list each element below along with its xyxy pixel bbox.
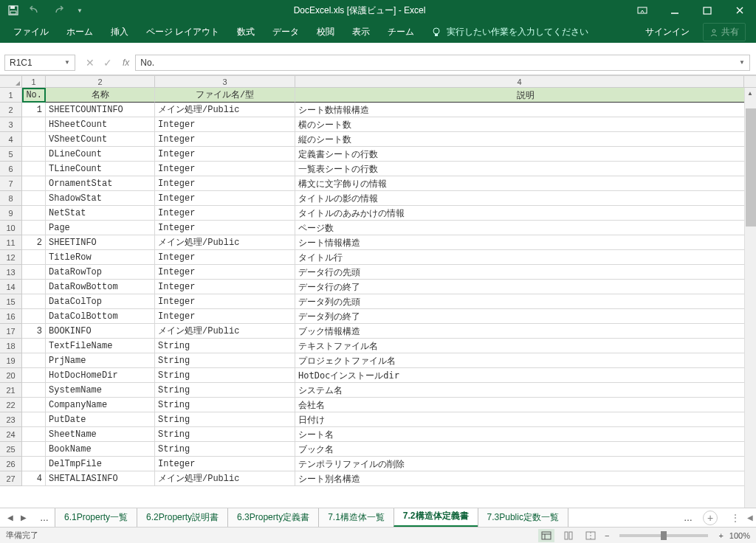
select-all-button[interactable] [0,76,22,87]
cell[interactable] [22,398,46,412]
sheet-overflow-left[interactable]: … [34,510,55,526]
cell[interactable]: ShadowStat [46,191,155,206]
cell[interactable]: ブック情報構造 [295,324,756,339]
cell[interactable] [22,383,46,398]
cell[interactable]: メイン処理/Public [155,235,295,250]
sheet-nav-prev-icon[interactable]: ◀ [4,512,16,523]
cell[interactable]: 日付け [295,412,756,427]
ribbon-tab-file[interactable]: ファイル [4,21,58,43]
cell[interactable]: システム名 [295,383,756,398]
row-header[interactable]: 16 [0,309,22,324]
cell[interactable]: HSheetCount [46,117,155,132]
cell[interactable] [22,412,46,427]
tab-split-icon[interactable]: ⋮ [726,513,744,523]
sheet-tab[interactable]: 6.1Property一覧 [55,508,137,527]
cell[interactable]: Integer [155,221,295,235]
ribbon-tab-home[interactable]: ホーム [58,21,102,43]
cell[interactable]: DataColBottom [46,309,155,324]
cell[interactable]: Integer [155,457,295,471]
cell[interactable]: Integer [155,176,295,191]
cell[interactable]: タイトル行 [295,250,756,265]
cell[interactable]: String [155,339,295,353]
row-header[interactable]: 5 [0,147,22,162]
cell[interactable] [22,221,46,235]
ribbon-tab-view[interactable]: 表示 [343,21,379,43]
cell[interactable]: BOOKINFO [46,324,155,339]
row-header[interactable]: 9 [0,206,22,221]
row-header[interactable]: 19 [0,353,22,368]
cell[interactable]: プロジェクトファイル名 [295,353,756,368]
row-header[interactable]: 6 [0,162,22,176]
cell[interactable]: タイトルの影の情報 [295,191,756,206]
cell[interactable]: PrjName [46,353,155,368]
cell[interactable]: データ行の先頭 [295,265,756,280]
ribbon-tab-insert[interactable]: 挿入 [102,21,137,43]
cell[interactable] [22,191,46,206]
row-header[interactable]: 21 [0,383,22,398]
cell[interactable]: OrnamentStat [46,176,155,191]
cell[interactable]: No. [22,88,46,103]
save-icon[interactable] [7,4,19,16]
row-header[interactable]: 20 [0,368,22,383]
cell[interactable]: 構文に文字飾りの情報 [295,176,756,191]
cell[interactable]: シート数情報構造 [295,103,756,117]
cell[interactable]: HotDocHomeDir [46,368,155,383]
maximize-button[interactable] [691,0,724,21]
row-header[interactable]: 4 [0,132,22,147]
zoom-level[interactable]: 100% [729,531,750,540]
row-header[interactable]: 12 [0,250,22,265]
cell[interactable]: Integer [155,250,295,265]
cell[interactable] [22,250,46,265]
cell[interactable]: String [155,353,295,368]
col-header[interactable]: 1 [22,76,46,87]
cell[interactable] [22,368,46,383]
cell[interactable]: TitleRow [46,250,155,265]
cell[interactable]: BookName [46,442,155,457]
cell[interactable]: シート情報構造 [295,235,756,250]
cell[interactable]: Page [46,221,155,235]
ribbon-tab-data[interactable]: データ [264,21,308,43]
cell[interactable]: String [155,368,295,383]
ribbon-tab-layout[interactable]: ページ レイアウト [137,21,228,43]
scroll-left-icon[interactable]: ◀ [744,513,756,522]
signin-button[interactable]: サインイン [638,21,697,43]
cell[interactable]: データ行の終了 [295,280,756,294]
row-header[interactable]: 1 [0,88,22,103]
cell[interactable]: SHETALIASINFO [46,471,155,486]
cancel-icon[interactable]: ✕ [86,57,94,69]
cell[interactable]: CompanyName [46,398,155,412]
redo-icon[interactable] [52,4,63,16]
cell[interactable]: HotDocインストールdir [295,368,756,383]
cell[interactable]: シート名 [295,427,756,442]
cell[interactable]: SHEETINFO [46,235,155,250]
cell[interactable]: String [155,442,295,457]
cell[interactable] [22,442,46,457]
row-header[interactable]: 7 [0,176,22,191]
cell[interactable]: DataRowBottom [46,280,155,294]
undo-icon[interactable] [30,4,41,16]
view-page-layout-button[interactable] [560,529,577,542]
cell[interactable]: Integer [155,294,295,309]
sheet-nav-next-icon[interactable]: ▶ [18,512,30,523]
cell[interactable] [22,294,46,309]
zoom-out-button[interactable]: − [605,531,609,540]
cell[interactable]: DataRowTop [46,265,155,280]
cell[interactable]: データ列の終了 [295,309,756,324]
expand-formula-icon[interactable]: ▼ [739,59,745,66]
row-header[interactable]: 10 [0,221,22,235]
cell[interactable]: Integer [155,117,295,132]
cell[interactable]: SheetName [46,427,155,442]
row-header[interactable]: 2 [0,103,22,117]
cell[interactable]: 会社名 [295,398,756,412]
cell[interactable] [22,339,46,353]
ribbon-options-icon[interactable] [626,0,659,21]
row-header[interactable]: 14 [0,280,22,294]
row-header[interactable]: 26 [0,457,22,471]
cell[interactable]: SHEETCOUNTINFO [46,103,155,117]
ribbon-tab-formulas[interactable]: 数式 [228,21,264,43]
cell[interactable] [22,132,46,147]
minimize-button[interactable] [659,0,691,21]
row-header[interactable]: 3 [0,117,22,132]
cell[interactable] [22,353,46,368]
cell[interactable] [22,176,46,191]
